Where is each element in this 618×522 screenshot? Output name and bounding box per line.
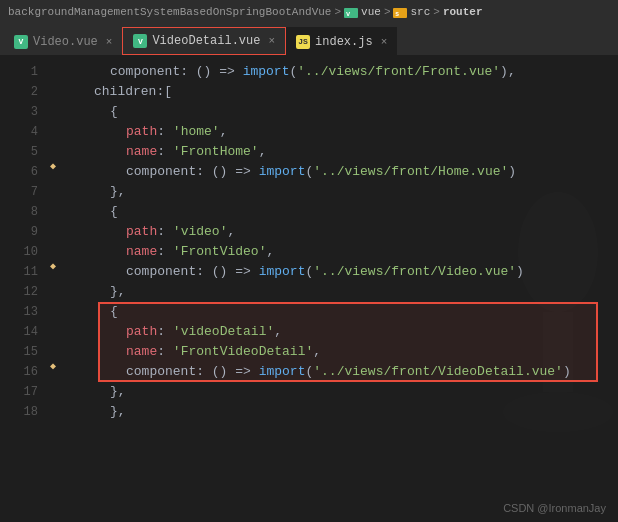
breadcrumb-router: router xyxy=(443,6,483,18)
breadcrumb-path: backgroundManagementSystemBasedOnSpringB… xyxy=(8,6,331,18)
code-line-16: component: () => import('../views/front/… xyxy=(62,362,618,382)
tab-label: Video.vue xyxy=(33,35,98,49)
line-numbers: 1 2 3 4 5 6 7 8 9 10 11 12 13 14 15 16 1… xyxy=(0,56,48,522)
code-line-8: { xyxy=(62,202,618,222)
tabs-bar: V Video.vue × V VideoDetail.vue × JS ind… xyxy=(0,24,618,56)
vue-folder-icon: v xyxy=(344,5,358,19)
watermark: CSDN @IronmanJay xyxy=(503,502,606,514)
code-line-4: path: 'home', xyxy=(62,122,618,142)
svg-text:s: s xyxy=(395,10,399,18)
code-line-15: name: 'FrontVideoDetail', xyxy=(62,342,618,362)
code-content: component: () => import('../views/front/… xyxy=(58,56,618,522)
close-icon[interactable]: × xyxy=(106,36,113,48)
close-icon[interactable]: × xyxy=(268,35,275,47)
code-line-9: path: 'video', xyxy=(62,222,618,242)
tab-label: VideoDetail.vue xyxy=(152,34,260,48)
editor-area: 1 2 3 4 5 6 7 8 9 10 11 12 13 14 15 16 1… xyxy=(0,56,618,522)
breadcrumb-bar: backgroundManagementSystemBasedOnSpringB… xyxy=(0,0,618,24)
code-line-11: component: () => import('../views/front/… xyxy=(62,262,618,282)
code-line-18: }, xyxy=(62,402,618,422)
vue-tab-icon: V xyxy=(133,34,147,48)
code-line-3: { xyxy=(62,102,618,122)
tab-label: index.js xyxy=(315,35,373,49)
code-line-7: }, xyxy=(62,182,618,202)
close-icon[interactable]: × xyxy=(381,36,388,48)
tab-video-vue[interactable]: V Video.vue × xyxy=(4,27,122,55)
js-tab-icon: JS xyxy=(296,35,310,49)
tab-videodetail-vue[interactable]: V VideoDetail.vue × xyxy=(122,27,286,55)
gutter: ◆ ◆ ◆ xyxy=(48,56,58,522)
code-line-10: name: 'FrontVideo', xyxy=(62,242,618,262)
src-folder-icon: s xyxy=(393,5,407,19)
code-line-6: component: () => import('../views/front/… xyxy=(62,162,618,182)
code-line-2: children:[ xyxy=(62,82,618,102)
vue-tab-icon: V xyxy=(14,35,28,49)
code-line-5: name: 'FrontHome', xyxy=(62,142,618,162)
code-line-17: }, xyxy=(62,382,618,402)
code-line-12: }, xyxy=(62,282,618,302)
code-line-14: path: 'videoDetail', xyxy=(62,322,618,342)
tab-index-js[interactable]: JS index.js × xyxy=(286,27,397,55)
code-line-13: { xyxy=(62,302,618,322)
code-line-1: component: () => import('../views/front/… xyxy=(62,62,618,82)
